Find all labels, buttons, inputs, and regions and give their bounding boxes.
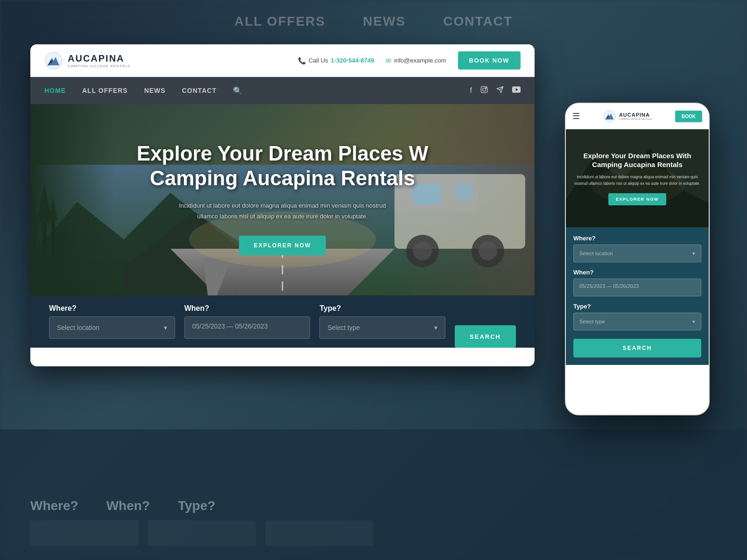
background-bottom-content: Where? When? Type? <box>30 498 374 546</box>
phone-contact: 📞 Call Us 1-320-544-8749 <box>298 57 374 64</box>
nav-news[interactable]: NEWS <box>144 87 166 94</box>
where-label: Where? <box>49 304 175 313</box>
phone-hero-content: Explore Your Dream Places With Camping A… <box>566 142 709 215</box>
phone-hero: Explore Your Dream Places With Camping A… <box>566 129 709 227</box>
nav-social: f <box>470 86 521 95</box>
search-icon[interactable]: 🔍 <box>233 86 242 95</box>
phone-logo: AUCAPINA CAMPING VEHICLE RENTALS <box>603 110 652 123</box>
hero-subtitle: Incididunt ut labore eut dolore magna al… <box>142 200 423 222</box>
nav-bar: HOME ALL OFFERS NEWS CONTACT 🔍 f <box>30 77 535 104</box>
nav-home[interactable]: HOME <box>44 87 66 94</box>
phone-book-button[interactable]: BOOK <box>675 111 702 122</box>
top-bar: AUCAPINA CAMPING VILLAGE RENTALS 📞 Call … <box>30 44 535 77</box>
logo-area: AUCAPINA CAMPING VILLAGE RENTALS <box>44 51 130 70</box>
phone-icon: 📞 <box>298 57 306 64</box>
bg-type-label: Type? <box>178 498 215 513</box>
bg-field-2 <box>148 520 256 546</box>
phone-location-placeholder: Select location <box>579 251 613 256</box>
nav-links: HOME ALL OFFERS NEWS CONTACT 🔍 <box>44 86 242 95</box>
bg-field-1 <box>30 520 139 546</box>
phone-type-label: Type? <box>573 303 701 310</box>
phone-when-label: When? <box>573 269 701 276</box>
type-field: Type? Select type ▾ <box>319 304 445 339</box>
location-placeholder: Select location <box>57 324 99 331</box>
search-button[interactable]: SEARCH <box>455 325 516 348</box>
svg-point-5 <box>486 87 486 88</box>
phone-chevron-down-icon-2: ▾ <box>692 319 695 325</box>
book-now-button[interactable]: BOOK NOW <box>458 51 521 70</box>
phone-type-group: Type? Select type ▾ <box>573 303 701 330</box>
phone-type-select[interactable]: Select type ▾ <box>573 313 701 330</box>
phone-where-label: Where? <box>573 235 701 242</box>
call-label: Call Us <box>309 57 328 64</box>
phone-number[interactable]: 1-320-544-8749 <box>331 57 374 64</box>
phone-hero-subtitle: Incididunt ut labore eut dolore magna al… <box>573 174 701 187</box>
phone-logo-sub: CAMPING VEHICLE RENTALS <box>619 118 652 120</box>
nav-contact[interactable]: CONTACT <box>182 87 217 94</box>
phone-when-group: When? 05/25/2023 — 05/26/2023 <box>573 269 701 296</box>
bg-field-3 <box>265 520 374 546</box>
location-select[interactable]: Select location ▾ <box>49 316 175 339</box>
svg-point-4 <box>483 88 486 91</box>
logo-icon <box>44 51 63 70</box>
explore-now-button[interactable]: EXPLORER NOW <box>239 236 326 255</box>
bg-nav-contact: CONTACT <box>443 14 513 29</box>
hero-section: Explore Your Dream Places W Camping Auca… <box>30 104 535 295</box>
phone-date-range[interactable]: 05/25/2023 — 05/26/2023 <box>573 279 701 296</box>
top-contacts: 📞 Call Us 1-320-544-8749 ✉ info@example.… <box>298 51 521 70</box>
mobile-phone: ☰ AUCAPINA CAMPING VEHICLE RENTALS BOOK … <box>565 103 710 415</box>
chevron-down-icon: ▾ <box>434 324 437 331</box>
hero-title: Explore Your Dream Places W Camping Auca… <box>30 141 535 191</box>
phone-search-area: Where? Select location ▾ When? 05/25/202… <box>566 227 709 365</box>
phone-logo-text: AUCAPINA CAMPING VEHICLE RENTALS <box>619 112 652 120</box>
date-range-input[interactable]: 05/25/2023 — 05/26/2023 <box>184 316 310 339</box>
logo-name: AUCAPINA <box>68 53 130 64</box>
email-contact: ✉ info@example.com <box>386 57 446 64</box>
chevron-down-icon: ▾ <box>164 324 167 331</box>
logo-text: AUCAPINA CAMPING VILLAGE RENTALS <box>68 53 130 68</box>
logo-sub: CAMPING VILLAGE RENTALS <box>68 64 130 68</box>
phone-search-button[interactable]: SEARCH <box>573 339 701 357</box>
when-label: When? <box>184 304 310 313</box>
hamburger-menu-icon[interactable]: ☰ <box>572 111 580 121</box>
type-select[interactable]: Select type ▾ <box>319 316 445 339</box>
phone-explore-button[interactable]: EXPLORER NOW <box>608 193 666 205</box>
where-field: Where? Select location ▾ <box>49 304 175 339</box>
hero-content: Explore Your Dream Places W Camping Auca… <box>30 104 535 255</box>
when-field: When? 05/25/2023 — 05/26/2023 <box>184 304 310 339</box>
type-label: Type? <box>319 304 445 313</box>
phone-chevron-down-icon: ▾ <box>692 251 695 257</box>
bg-when-label: When? <box>106 498 150 513</box>
phone-hero-title: Explore Your Dream Places With Camping A… <box>573 151 701 169</box>
instagram-icon[interactable] <box>480 86 488 95</box>
youtube-icon[interactable] <box>512 86 521 95</box>
type-placeholder: Select type <box>327 324 359 331</box>
search-bar: Where? Select location ▾ When? 05/25/202… <box>30 295 535 348</box>
facebook-icon[interactable]: f <box>470 86 472 95</box>
phone-type-placeholder: Select type <box>579 319 605 324</box>
bg-nav-news: NEWS <box>363 14 406 29</box>
phone-logo-name: AUCAPINA <box>619 112 652 118</box>
telegram-icon[interactable] <box>496 86 504 95</box>
email-address[interactable]: info@example.com <box>394 57 446 64</box>
browser-window: AUCAPINA CAMPING VILLAGE RENTALS 📞 Call … <box>30 44 535 366</box>
email-icon: ✉ <box>386 57 391 64</box>
phone-logo-icon <box>603 110 616 123</box>
bg-where-label: Where? <box>30 498 78 513</box>
bg-nav-offers: ALL OFFERS <box>234 14 325 29</box>
phone-top-bar: ☰ AUCAPINA CAMPING VEHICLE RENTALS BOOK <box>566 104 709 129</box>
background-nav-text: ALL OFFERS NEWS CONTACT <box>0 14 747 29</box>
phone-where-group: Where? Select location ▾ <box>573 235 701 262</box>
phone-location-select[interactable]: Select location ▾ <box>573 245 701 262</box>
nav-all-offers[interactable]: ALL OFFERS <box>82 87 128 94</box>
